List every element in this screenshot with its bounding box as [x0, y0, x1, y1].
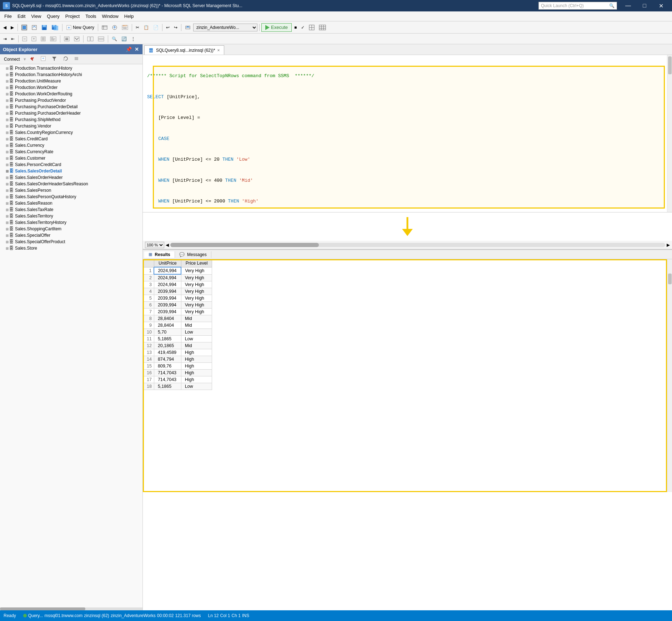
menu-file[interactable]: File — [1, 12, 15, 20]
filter-button[interactable] — [49, 55, 59, 63]
toolbar-icon-3[interactable]: MDTXML — [120, 23, 130, 32]
tree-item-18[interactable]: ⊞ 🗄 Sales.SalesOrderHeaderSalesReason — [0, 181, 142, 187]
menu-tools[interactable]: Tools — [82, 12, 99, 20]
connect-button[interactable]: Connect — [1, 56, 22, 63]
unitprice-cell[interactable]: 28,8404 — [154, 322, 181, 329]
paste-button[interactable]: 📄 — [151, 23, 160, 32]
results-scrollbar[interactable] — [667, 259, 672, 492]
toolbar-more-1[interactable] — [183, 23, 192, 32]
refresh-oe-button[interactable] — [60, 55, 70, 63]
new-query-button[interactable]: + New Query — [64, 23, 96, 32]
close-panel-icon[interactable]: ✕ — [134, 46, 140, 52]
code-editor[interactable]: /****** Script for SelectTopNRows comman… — [143, 55, 672, 212]
tree-item-16[interactable]: ⊞ 🗄 Sales.SalesOrderDetail — [0, 168, 142, 174]
cut-button[interactable]: ✂ — [134, 23, 141, 32]
new-query-oe-button[interactable]: + — [38, 55, 48, 63]
editor-scrollbar[interactable] — [667, 55, 672, 212]
tree-item-4[interactable]: ⊞ 🗄 Production.WorkOrderRouting — [0, 91, 142, 97]
unitprice-cell[interactable]: 419,4589 — [154, 349, 181, 356]
oe-scrollbar[interactable] — [0, 607, 142, 610]
sync-button[interactable] — [71, 55, 81, 63]
toolbar-icon-2[interactable] — [110, 23, 119, 32]
redo-button[interactable]: ↪ — [172, 23, 179, 32]
tree-item-8[interactable]: ⊞ 🗄 Purchasing.ShipMethod — [0, 116, 142, 123]
quick-launch[interactable]: Quick Launch (Ctrl+Q) 🔍 — [538, 2, 617, 10]
unitprice-cell[interactable]: 2024,994 — [154, 281, 181, 288]
copy-button[interactable]: 📋 — [142, 23, 151, 32]
zoom-select[interactable]: 100 % — [145, 242, 164, 248]
tb2-more[interactable]: ⋮ — [129, 34, 137, 44]
tree-item-9[interactable]: ⊞ 🗄 Purchasing.Vendor — [0, 123, 142, 129]
tb2-btn-3[interactable] — [39, 34, 47, 44]
unitprice-cell[interactable]: 2039,994 — [154, 309, 181, 315]
unitprice-cell[interactable]: 2039,994 — [154, 288, 181, 295]
toolbar-btn-2[interactable] — [30, 23, 39, 32]
execute-button[interactable]: Execute — [261, 23, 292, 32]
tree-item-13[interactable]: ⊞ 🗄 Sales.CurrencyRate — [0, 149, 142, 155]
tree-item-25[interactable]: ⊞ 🗄 Sales.ShoppingCartItem — [0, 226, 142, 232]
unitprice-cell[interactable]: 5,1865 — [154, 383, 181, 390]
zoom-arrow-right[interactable]: ▶ — [667, 242, 670, 247]
tree-item-24[interactable]: ⊞ 🗄 Sales.SalesTerritoryHistory — [0, 219, 142, 226]
tree-item-27[interactable]: ⊞ 🗄 Sales.SpecialOfferProduct — [0, 239, 142, 245]
toolbar-grid-2[interactable] — [317, 23, 328, 32]
unitprice-cell[interactable]: 28,8404 — [154, 315, 181, 322]
tb2-btn-4[interactable] — [48, 34, 58, 44]
unitprice-cell[interactable]: 20,1865 — [154, 342, 181, 349]
pin-icon[interactable]: 📌 — [125, 46, 132, 52]
unitprice-cell[interactable]: 2039,994 — [154, 302, 181, 309]
tab-close-button[interactable]: × — [217, 48, 220, 53]
sql-query-tab[interactable]: SQL SQLQuery8.sql...inzinsql (62))* × — [144, 45, 224, 55]
menu-query[interactable]: Query — [44, 12, 62, 20]
tb2-btn-6[interactable] — [72, 34, 81, 44]
unitprice-cell[interactable]: 5,1865 — [154, 336, 181, 342]
save-all-button[interactable] — [50, 23, 60, 32]
zoom-arrow-left[interactable]: ◀ — [166, 242, 169, 247]
close-button[interactable]: ✕ — [653, 0, 669, 11]
tree-item-5[interactable]: ⊞ 🗄 Purchasing.ProductVendor — [0, 97, 142, 104]
tb2-layout-2[interactable] — [96, 34, 106, 44]
tree-item-17[interactable]: ⊞ 🗄 Sales.SalesOrderHeader — [0, 174, 142, 181]
tree-item-7[interactable]: ⊞ 🗄 Purchasing.PurchaseOrderHeader — [0, 110, 142, 116]
tree-item-19[interactable]: ⊞ 🗄 Sales.SalesPerson — [0, 187, 142, 194]
tree-item-1[interactable]: ⊞ 🗄 Production.TransactionHistoryArchi — [0, 71, 142, 78]
tree-item-21[interactable]: ⊞ 🗄 Sales.SalesReason — [0, 200, 142, 206]
tree-item-15[interactable]: ⊞ 🗄 Sales.PersonCreditCard — [0, 161, 142, 168]
parse-button[interactable]: ✓ — [299, 23, 306, 32]
menu-help[interactable]: Help — [121, 12, 137, 20]
toolbar-icon-1[interactable] — [100, 23, 109, 32]
zoom-scrollbar[interactable] — [170, 243, 665, 247]
toolbar-btn-1[interactable] — [20, 23, 29, 32]
tree-item-14[interactable]: ⊞ 🗄 Sales.Customer — [0, 155, 142, 161]
tree-item-3[interactable]: ⊞ 🗄 Production.WorkOrder — [0, 84, 142, 91]
tree-item-2[interactable]: ⊞ 🗄 Production.UnitMeasure — [0, 78, 142, 84]
tree-item-26[interactable]: ⊞ 🗄 Sales.SpecialOffer — [0, 232, 142, 239]
unitprice-cell[interactable]: 2024,994 — [154, 267, 181, 274]
tb2-refresh[interactable]: 🔄 — [120, 34, 129, 44]
back-button[interactable]: ◀ — [1, 23, 8, 32]
unitprice-cell[interactable]: 874,794 — [154, 356, 181, 363]
stop-button[interactable]: ■ — [292, 23, 299, 32]
tb2-btn-5[interactable] — [62, 34, 71, 44]
tree-item-6[interactable]: ⊞ 🗄 Purchasing.PurchaseOrderDetail — [0, 104, 142, 110]
menu-edit[interactable]: Edit — [15, 12, 28, 20]
unitprice-cell[interactable]: 5,70 — [154, 329, 181, 336]
menu-project[interactable]: Project — [62, 12, 82, 20]
outdent-button[interactable]: ⇤ — [9, 34, 16, 44]
forward-button[interactable]: ▶ — [9, 23, 16, 32]
disconnect-button[interactable] — [27, 55, 37, 63]
minimize-button[interactable]: — — [620, 0, 636, 11]
unitprice-cell[interactable]: 2039,994 — [154, 295, 181, 302]
tb2-layout-1[interactable] — [85, 34, 95, 44]
menu-window[interactable]: Window — [99, 12, 121, 20]
unitprice-cell[interactable]: 714,7043 — [154, 376, 181, 383]
tb2-zoom-in[interactable]: 🔍 — [110, 34, 119, 44]
code-area[interactable]: /****** Script for SelectTopNRows comman… — [143, 55, 667, 212]
undo-button[interactable]: ↩ — [164, 23, 171, 32]
indent-button[interactable]: ⇥ — [1, 34, 9, 44]
results-tab-results[interactable]: ⊞ Results — [144, 251, 175, 258]
tree-item-10[interactable]: ⊞ 🗄 Sales.CountryRegionCurrency — [0, 129, 142, 136]
database-selector[interactable]: zinzin_AdventureWo... — [193, 24, 257, 31]
toolbar-grid-1[interactable] — [307, 23, 316, 32]
menu-view[interactable]: View — [28, 12, 44, 20]
